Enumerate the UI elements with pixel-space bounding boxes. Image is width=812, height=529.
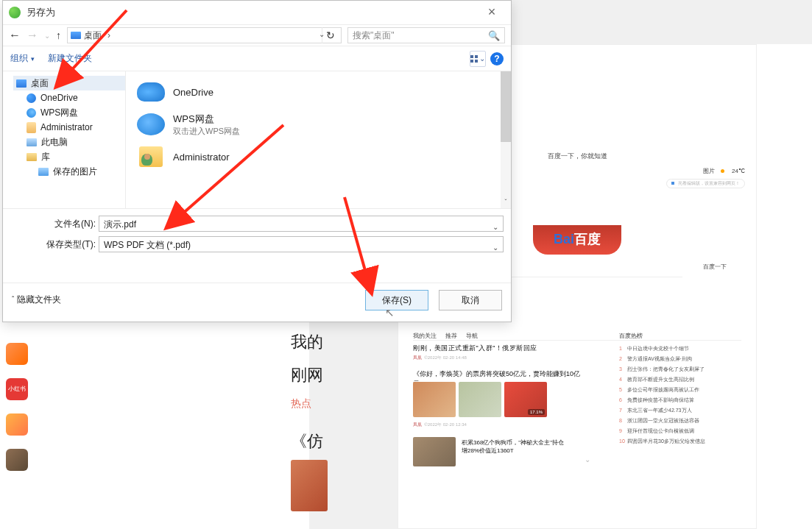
- app-icon[interactable]: [6, 413, 28, 436]
- tree-item-desktop[interactable]: 桌面: [13, 76, 125, 90]
- pictures-icon: [38, 168, 49, 176]
- list-item-name: OneDrive: [173, 87, 213, 98]
- list-item-name: WPS网盘: [173, 113, 240, 126]
- thumb-row: 17.1%: [413, 382, 547, 417]
- titlebar[interactable]: 另存为 ×: [3, 1, 511, 24]
- tree-label: 此电脑: [41, 136, 68, 149]
- partial-text: 我的: [291, 331, 323, 353]
- cancel-button[interactable]: 取消: [439, 290, 502, 310]
- list-item[interactable]: Administrator: [136, 141, 511, 173]
- filename-input[interactable]: 演示.pdf ⌄: [99, 216, 504, 232]
- tree-label: 保存的图片: [53, 166, 97, 178]
- partial-text: 刚网: [291, 364, 323, 386]
- tree-item-onedrive[interactable]: OneDrive: [13, 90, 125, 105]
- app-icon[interactable]: 小红书: [6, 378, 28, 400]
- news-thumb[interactable]: [459, 382, 501, 417]
- app-icon[interactable]: [6, 343, 28, 365]
- back-button[interactable]: ←: [9, 29, 21, 42]
- chevron-right-icon[interactable]: ›: [107, 30, 110, 40]
- chevron-down-icon[interactable]: ⌄: [493, 219, 498, 235]
- filename-row: 文件名(N): 演示.pdf ⌄: [3, 213, 504, 234]
- news-headline-1[interactable]: 刚刚，美国正式重新"入群"！俄罗斯回应: [413, 344, 587, 353]
- dialog-footer: ˆ 隐藏文件夹 保存(S) 取消: [3, 283, 511, 316]
- user-icon: [27, 122, 36, 133]
- weather-icon: [721, 169, 724, 173]
- list-item-name: Administrator: [173, 152, 230, 163]
- tree-label: Administrator: [40, 122, 93, 132]
- baidu-search-button[interactable]: 百度一下: [703, 263, 727, 271]
- breadcrumb-dropdown-icon[interactable]: ⌄: [319, 30, 325, 38]
- search-icon[interactable]: 🔍: [488, 30, 500, 41]
- news-thumb[interactable]: 17.1%: [504, 382, 547, 417]
- svg-rect-1: [475, 55, 478, 58]
- news-headline-3[interactable]: 积累368亿个狗狗币，"神秘大金主"持仓 增28%价值近1360T: [462, 439, 587, 455]
- tree-item-admin[interactable]: Administrator: [13, 120, 125, 135]
- tree-item-thispc[interactable]: 此电脑: [13, 135, 125, 149]
- hot-item[interactable]: 2警方通报AV视频当众屏·刑拘: [619, 355, 692, 363]
- address-bar-row: ← → ⌄ ↑ 桌面 › ⌄ ↻ 搜索"桌面" 🔍: [3, 24, 511, 46]
- desktop-launcher: 小红书: [6, 343, 32, 484]
- new-folder-button[interactable]: 新建文件夹: [48, 52, 92, 65]
- chevron-down-icon[interactable]: ⌄: [585, 455, 590, 464]
- chevron-down-icon[interactable]: ⌄: [493, 240, 498, 256]
- filename-value: 演示.pdf: [104, 219, 136, 230]
- onedrive-icon: [27, 93, 36, 103]
- search-input[interactable]: 搜索"桌面" 🔍: [347, 27, 505, 43]
- scrollbar[interactable]: ˆ ˇ: [501, 71, 511, 208]
- hot-item[interactable]: 6免费接种疫苗不影响商保结算: [619, 397, 694, 404]
- news-sub-2: 凤凰 ©2022年 02-20 12:34: [413, 422, 467, 428]
- hot-item[interactable]: 7东北三省一年减少42.73万人: [619, 407, 692, 414]
- app-icon[interactable]: [6, 449, 28, 471]
- hot-item[interactable]: 9迎拜任首现位公卡白横被低调: [619, 427, 694, 435]
- view-icon: [470, 55, 479, 63]
- baidu-nav-link[interactable]: 图片: [703, 168, 715, 174]
- hot-list-title: 百度热榜: [619, 332, 643, 340]
- news-thumb-small[interactable]: [413, 437, 456, 466]
- tab-item[interactable]: 我的关注: [413, 333, 437, 339]
- onedrive-icon: [137, 82, 165, 102]
- hide-folders-toggle[interactable]: ˆ 隐藏文件夹: [12, 294, 61, 306]
- news-thumb[interactable]: [413, 382, 456, 417]
- user-folder-icon: [139, 146, 163, 167]
- file-list[interactable]: OneDrive WPS网盘 双击进入WPS网盘 Administrator ˆ…: [126, 71, 511, 208]
- baidu-tabs[interactable]: 我的关注 推荐 导航: [413, 332, 741, 341]
- nav-tree[interactable]: 桌面 OneDrive WPS网盘 Administrator 此电脑 库: [3, 71, 126, 208]
- list-item[interactable]: OneDrive: [136, 76, 511, 108]
- wps-icon: [27, 108, 36, 118]
- filetype-label: 保存类型(T):: [3, 238, 99, 251]
- filename-area: 文件名(N): 演示.pdf ⌄ 保存类型(T): WPS PDF 文档 (*.…: [3, 208, 511, 255]
- forward-button[interactable]: →: [27, 29, 38, 42]
- hot-item[interactable]: 5多位公司年报披露两高被认工作: [619, 386, 699, 394]
- tree-item-savedpics[interactable]: 保存的图片: [13, 164, 125, 179]
- breadcrumb-item[interactable]: 桌面: [84, 29, 102, 42]
- tab-item[interactable]: 推荐: [445, 333, 457, 339]
- hot-item[interactable]: 3烈士张伟：把青春化了女友刷屏了: [619, 366, 705, 373]
- breadcrumb-bar[interactable]: 桌面 › ⌄ ↻: [67, 27, 342, 43]
- organize-menu[interactable]: 组织▾: [10, 52, 35, 65]
- pc-icon: [27, 138, 37, 146]
- tree-item-library[interactable]: 库: [13, 149, 125, 164]
- hot-item[interactable]: 8浙江团因一堂火皇冠被抵达容器: [619, 417, 699, 425]
- scroll-thumb[interactable]: [501, 71, 511, 142]
- partial-text: 《仿: [291, 430, 323, 452]
- filetype-select[interactable]: WPS PDF 文档 (*.pdf) ⌄: [99, 236, 504, 252]
- scroll-down-icon[interactable]: ˇ: [501, 198, 511, 208]
- close-button[interactable]: ×: [477, 2, 506, 23]
- tab-item[interactable]: 导航: [466, 333, 478, 339]
- view-mode-button[interactable]: ⌄: [470, 51, 486, 67]
- hot-item[interactable]: 4教育部不断提升女生高招比例: [619, 376, 694, 383]
- help-button[interactable]: ?: [490, 52, 504, 65]
- filename-label: 文件名(N):: [3, 218, 99, 230]
- hot-item[interactable]: 10四贤因半月花30多万贴父给发信息: [619, 438, 705, 445]
- filetype-value: WPS PDF 文档 (*.pdf): [104, 240, 191, 250]
- chevron-up-icon: ˆ: [12, 296, 14, 304]
- list-item-sub: 双击进入WPS网盘: [173, 126, 240, 137]
- list-item[interactable]: WPS网盘 双击进入WPS网盘: [136, 108, 511, 141]
- filetype-row: 保存类型(T): WPS PDF 文档 (*.pdf) ⌄: [3, 234, 504, 255]
- hot-item[interactable]: 1中日边境中央党校十个细节: [619, 345, 689, 352]
- tree-item-wps[interactable]: WPS网盘: [13, 105, 125, 120]
- up-button[interactable]: ↑: [56, 29, 61, 41]
- chevron-down-icon: ⌄: [479, 54, 485, 63]
- save-button[interactable]: 保存(S): [365, 290, 428, 310]
- tree-label: OneDrive: [40, 93, 78, 103]
